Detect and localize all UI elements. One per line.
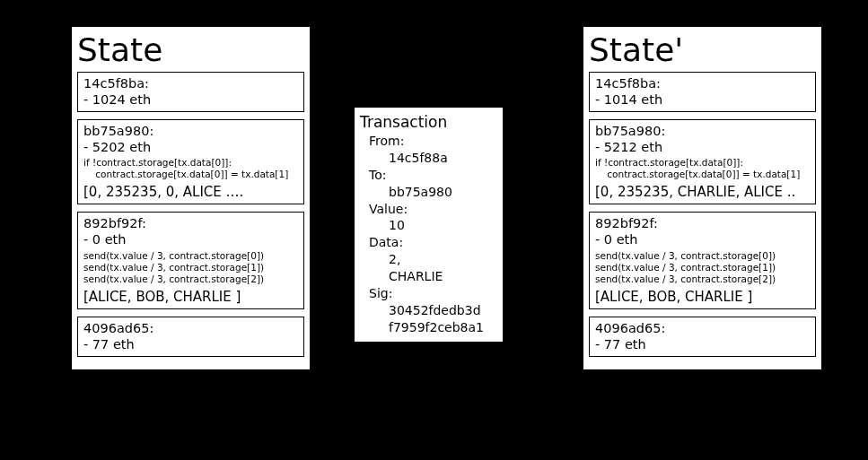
account-balance: - 77 eth bbox=[83, 336, 298, 352]
account-code: if !contract.storage[tx.data[0]]: contra… bbox=[83, 157, 298, 180]
account-code: if !contract.storage[tx.data[0]]: contra… bbox=[595, 157, 810, 180]
account-hash: 14c5f8ba: bbox=[83, 75, 298, 91]
account-box: 892bf92f: - 0 eth send(tx.value / 3, con… bbox=[77, 212, 304, 309]
account-balance: - 5202 eth bbox=[83, 139, 298, 155]
account-hash: 892bf92f: bbox=[595, 215, 810, 231]
account-balance: - 0 eth bbox=[595, 231, 810, 247]
account-hash: 14c5f8ba: bbox=[595, 75, 810, 91]
tx-data-value-2: CHARLIE bbox=[369, 268, 497, 285]
account-hash: 4096ad65: bbox=[83, 320, 298, 336]
tx-sig-label: Sig: bbox=[369, 285, 497, 302]
account-box: 4096ad65: - 77 eth bbox=[77, 317, 304, 357]
account-storage: [0, 235235, CHARLIE, ALICE .. bbox=[595, 184, 810, 200]
account-box: 4096ad65: - 77 eth bbox=[589, 317, 816, 357]
account-storage: [ALICE, BOB, CHARLIE ] bbox=[595, 289, 810, 305]
tx-from-label: From: bbox=[369, 133, 497, 150]
account-box: bb75a980: - 5202 eth if !contract.storag… bbox=[77, 119, 304, 205]
tx-to-label: To: bbox=[369, 167, 497, 184]
account-hash: bb75a980: bbox=[83, 123, 298, 139]
tx-sig-value-1: 30452fdedb3d bbox=[369, 302, 497, 319]
tx-value-value: 10 bbox=[369, 217, 497, 234]
account-balance: - 77 eth bbox=[595, 336, 810, 352]
account-box: bb75a980: - 5212 eth if !contract.storag… bbox=[589, 119, 816, 205]
transaction-body: From: 14c5f88a To: bb75a980 Value: 10 Da… bbox=[360, 133, 497, 336]
account-balance: - 0 eth bbox=[83, 231, 298, 247]
tx-from-value: 14c5f88a bbox=[369, 150, 497, 167]
state-panel-after: State' 14c5f8ba: - 1014 eth bb75a980: - … bbox=[583, 27, 821, 369]
state-title: State' bbox=[589, 32, 816, 68]
account-balance: - 1024 eth bbox=[83, 91, 298, 108]
state-title: State bbox=[77, 32, 304, 68]
tx-value-label: Value: bbox=[369, 201, 497, 218]
transaction-panel: Transaction From: 14c5f88a To: bb75a980 … bbox=[355, 108, 503, 342]
account-hash: 892bf92f: bbox=[83, 215, 298, 231]
tx-sig-value-2: f7959f2ceb8a1 bbox=[369, 319, 497, 336]
tx-to-value: bb75a980 bbox=[369, 184, 497, 201]
tx-data-value-1: 2, bbox=[369, 251, 497, 268]
account-code: send(tx.value / 3, contract.storage[0]) … bbox=[83, 250, 298, 285]
account-balance: - 5212 eth bbox=[595, 139, 810, 155]
account-storage: [ALICE, BOB, CHARLIE ] bbox=[83, 289, 298, 305]
account-hash: bb75a980: bbox=[595, 123, 810, 139]
tx-data-label: Data: bbox=[369, 234, 497, 251]
account-box: 892bf92f: - 0 eth send(tx.value / 3, con… bbox=[589, 212, 816, 309]
account-storage: [0, 235235, 0, ALICE …. bbox=[83, 184, 298, 200]
transaction-title: Transaction bbox=[360, 113, 497, 131]
account-code: send(tx.value / 3, contract.storage[0]) … bbox=[595, 250, 810, 285]
account-box: 14c5f8ba: - 1024 eth bbox=[77, 72, 304, 112]
account-box: 14c5f8ba: - 1014 eth bbox=[589, 72, 816, 112]
state-panel-before: State 14c5f8ba: - 1024 eth bb75a980: - 5… bbox=[72, 27, 310, 369]
account-balance: - 1014 eth bbox=[595, 91, 810, 108]
account-hash: 4096ad65: bbox=[595, 320, 810, 336]
